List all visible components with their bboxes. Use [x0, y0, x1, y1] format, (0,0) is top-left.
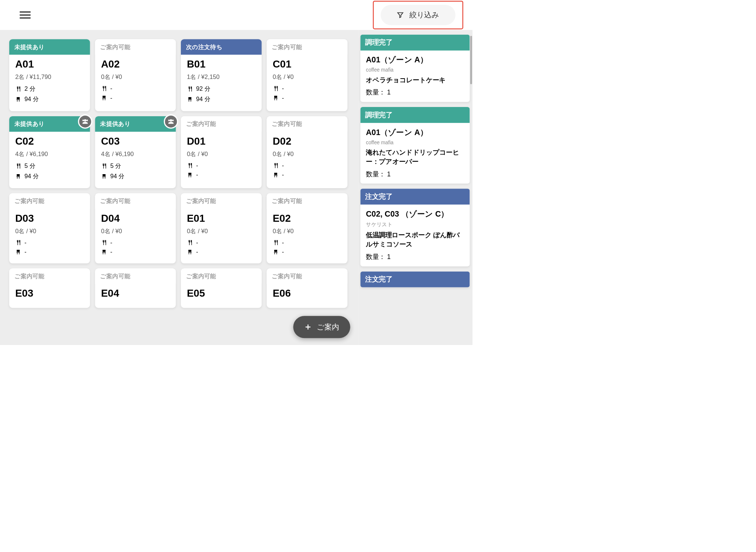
chair-icon [187, 96, 193, 102]
scrollbar[interactable] [470, 36, 473, 345]
table-card-E02[interactable]: ご案内可能E020名 / ¥0-- [267, 193, 348, 263]
table-card-A02[interactable]: ご案内可能A020名 / ¥0-- [95, 39, 176, 111]
seat-time-row: - [187, 171, 255, 178]
seat-time-row: - [273, 94, 341, 101]
table-card-E03[interactable]: ご案内可能E03 [9, 269, 90, 308]
filter-icon [397, 11, 404, 18]
table-card-D04[interactable]: ご案内可能D040名 / ¥0-- [95, 193, 176, 263]
order-shop: coffee mafia [366, 67, 464, 73]
filter-button[interactable]: 絞り込み [381, 5, 456, 25]
table-guests-amount: 0名 / ¥0 [273, 150, 341, 158]
order-table-label: A01（ゾーン A） [366, 127, 464, 137]
table-id: C03 [101, 135, 170, 147]
table-id: C01 [273, 58, 341, 70]
group-icon [167, 118, 175, 125]
table-id: C02 [15, 135, 84, 147]
chair-icon [101, 173, 107, 179]
guide-fab-button[interactable]: ご案内 [293, 316, 350, 338]
table-card-A01[interactable]: 未提供ありA012名 / ¥11,7902 分94 分 [9, 39, 90, 111]
plus-icon [304, 323, 312, 331]
card-status: 未提供あり [9, 39, 90, 55]
order-table-label: A01（ゾーン A） [366, 55, 464, 65]
table-id: D01 [187, 135, 255, 147]
tables-area: 未提供ありA012名 / ¥11,7902 分94 分ご案内可能A020名 / … [0, 30, 358, 345]
menu-icon[interactable] [20, 11, 31, 18]
table-card-B01[interactable]: 次の注文待ちB011名 / ¥2,15092 分94 分 [181, 39, 262, 111]
table-guests-amount: 0名 / ¥0 [273, 227, 341, 235]
table-card-D03[interactable]: ご案内可能D030名 / ¥0-- [9, 193, 90, 263]
order-quantity: 数量： 1 [366, 170, 464, 179]
order-shop: サケリスト [366, 221, 464, 228]
table-id: A02 [101, 58, 170, 70]
fork-knife-icon [101, 239, 107, 245]
cook-time-row: 2 分 [15, 85, 84, 93]
cook-time-row: - [187, 162, 255, 169]
fab-label: ご案内 [317, 322, 339, 332]
cook-time-row: - [273, 162, 341, 169]
seat-time-row: - [101, 248, 170, 255]
table-guests-amount: 1名 / ¥2,150 [187, 73, 255, 81]
order-card[interactable]: 注文完了 [360, 271, 470, 287]
order-quantity: 数量： 1 [366, 88, 464, 97]
table-id: D02 [273, 135, 341, 147]
order-quantity: 数量： 1 [366, 252, 464, 261]
table-card-E05[interactable]: ご案内可能E05 [181, 269, 262, 308]
card-status: ご案内可能 [181, 116, 262, 132]
card-status: ご案内可能 [95, 269, 176, 284]
seat-time-row: - [101, 94, 170, 101]
table-id: D04 [101, 213, 170, 224]
chair-icon [187, 172, 193, 178]
card-status: ご案内可能 [181, 193, 262, 209]
cook-time-row: - [187, 239, 255, 246]
fork-knife-icon [273, 162, 279, 168]
table-card-D02[interactable]: ご案内可能D020名 / ¥0-- [267, 116, 348, 188]
table-guests-amount: 2名 / ¥11,790 [15, 73, 84, 81]
fork-knife-icon [15, 86, 21, 92]
fork-knife-icon [101, 163, 107, 169]
fork-knife-icon [15, 163, 21, 169]
table-id: E02 [273, 213, 341, 224]
card-status: ご案内可能 [267, 39, 348, 55]
table-id: E04 [101, 287, 170, 299]
group-badge [164, 114, 178, 129]
group-icon [81, 118, 89, 125]
cook-time-row: - [273, 85, 341, 92]
cook-time-row: - [101, 85, 170, 92]
seat-time-row: - [15, 248, 84, 255]
cook-time-row: - [273, 239, 341, 246]
table-card-C03[interactable]: 未提供ありC034名 / ¥6,1905 分94 分 [95, 116, 176, 188]
chair-icon [15, 249, 21, 255]
card-status: ご案内可能 [95, 193, 176, 209]
seat-time-row: - [187, 248, 255, 255]
table-card-E06[interactable]: ご案内可能E06 [267, 269, 348, 308]
chair-icon [15, 173, 21, 179]
card-status: ご案内可能 [181, 269, 262, 284]
order-card[interactable]: 調理完了A01（ゾーン A）coffee mafiaオペラチョコレートケーキ数量… [360, 35, 470, 102]
table-card-D01[interactable]: ご案内可能D010名 / ¥0-- [181, 116, 262, 188]
order-card[interactable]: 調理完了A01（ゾーン A）coffee mafia淹れたてハンドドリップコーヒ… [360, 107, 470, 184]
order-card[interactable]: 注文完了C02, C03 （ゾーン C）サケリスト低温調理ロースポーク ぽん酢バ… [360, 189, 470, 266]
chair-icon [101, 249, 107, 255]
table-card-C02[interactable]: 未提供ありC024名 / ¥6,1905 分94 分 [9, 116, 90, 188]
order-status: 調理完了 [360, 35, 470, 51]
table-id: D03 [15, 213, 84, 224]
chair-icon [273, 172, 279, 178]
fork-knife-icon [273, 86, 279, 92]
order-item-name: 淹れたてハンドドリップコーヒー：プアオーバー [366, 148, 464, 167]
card-status: ご案内可能 [267, 193, 348, 209]
table-card-E04[interactable]: ご案内可能E04 [95, 269, 176, 308]
table-guests-amount: 0名 / ¥0 [273, 73, 341, 81]
seat-time-row: 94 分 [101, 172, 170, 180]
chair-icon [15, 96, 21, 102]
order-status: 注文完了 [360, 271, 470, 287]
cook-time-row: 5 分 [15, 162, 84, 170]
filter-highlight: 絞り込み [373, 1, 463, 30]
table-card-E01[interactable]: ご案内可能E010名 / ¥0-- [181, 193, 262, 263]
chair-icon [101, 95, 107, 101]
chair-icon [273, 249, 279, 255]
table-card-C01[interactable]: ご案内可能C010名 / ¥0-- [267, 39, 348, 111]
card-status: 未提供あり [9, 116, 90, 132]
table-id: A01 [15, 58, 84, 70]
table-guests-amount: 0名 / ¥0 [187, 227, 255, 235]
fork-knife-icon [187, 239, 193, 245]
